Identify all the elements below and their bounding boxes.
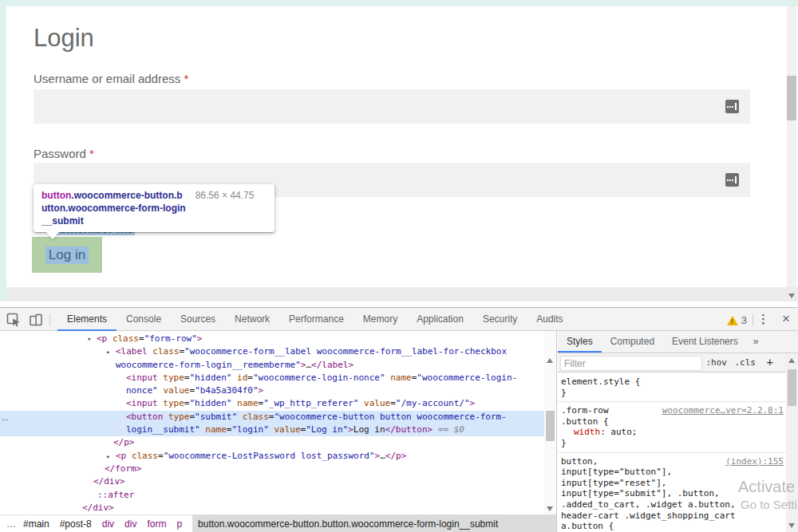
- dom-tree-row[interactable]: <input type="hidden" name="_wp_http_refe…: [0, 397, 544, 410]
- page-scroll-down-icon[interactable]: [788, 294, 795, 298]
- scroll-up-icon[interactable]: [547, 358, 553, 363]
- devtools-tab-network[interactable]: Network: [225, 309, 279, 331]
- dom-tree-row[interactable]: ▸<p class="woocommerce-LostPassword lost…: [0, 450, 544, 463]
- new-style-rule-button[interactable]: +: [767, 356, 773, 368]
- devtools-tab-performance[interactable]: Performance: [279, 309, 354, 331]
- code-token: "_wp_http_referer": [263, 398, 358, 408]
- browser-viewport: Login Username or email address * Passwo…: [0, 0, 798, 307]
- code-token: "hidden": [189, 372, 231, 383]
- inspect-tooltip-dimensions: 86.56 × 44.75: [196, 189, 255, 227]
- login-button[interactable]: Log in: [32, 237, 102, 273]
- scroll-down-icon[interactable]: [788, 523, 795, 528]
- styles-tab-event-listeners[interactable]: Event Listeners: [663, 331, 747, 353]
- css-property-name[interactable]: width: [574, 427, 600, 437]
- styles-filter-input[interactable]: [560, 356, 702, 371]
- css-rule-line[interactable]: input[type="submit"], .button,: [558, 488, 786, 499]
- devtools-tab-audits[interactable]: Audits: [527, 309, 572, 331]
- selected-row-gutter-dots[interactable]: ⋯: [2, 416, 9, 424]
- styles-tab-computed[interactable]: Computed: [602, 331, 663, 353]
- dom-tree-row[interactable]: </div>: [0, 475, 544, 488]
- console-warning-badge[interactable]: 3: [727, 314, 747, 326]
- css-rule-line[interactable]: element.style {: [558, 376, 786, 388]
- password-label-text: Password: [34, 147, 86, 160]
- elements-scrollbar-thumb[interactable]: [546, 411, 555, 441]
- code-token: <p: [97, 333, 113, 344]
- autofill-icon[interactable]: [725, 100, 739, 113]
- breadcrumb-item[interactable]: #post-8: [60, 518, 92, 530]
- scroll-up-icon[interactable]: [788, 358, 795, 363]
- devtools-close-icon[interactable]: ×: [782, 311, 790, 327]
- css-rule-line[interactable]: input[type="reset"],: [558, 478, 786, 489]
- css-rule-line[interactable]: }: [558, 388, 786, 399]
- code-token: type: [163, 398, 184, 408]
- devtools-menu-icon[interactable]: ⋮: [757, 312, 769, 326]
- code-token: "b4a5a304f0": [195, 385, 258, 396]
- styles-scrollbar-thumb[interactable]: [788, 369, 796, 406]
- more-tabs-icon[interactable]: »: [747, 331, 765, 353]
- css-rule-line[interactable]: width: auto;: [558, 427, 786, 438]
- dom-tree-row[interactable]: </form>: [0, 463, 544, 475]
- code-token: == $0: [433, 424, 464, 435]
- tree-toggle-icon[interactable]: ▾: [87, 333, 91, 345]
- breadcrumb-item[interactable]: div: [124, 518, 136, 530]
- code-token: </form>: [105, 463, 141, 474]
- devtools-tabs: ElementsConsoleSourcesNetworkPerformance…: [57, 309, 573, 331]
- stylesheet-source-link[interactable]: woocommerce…ver=2.2.8:1: [662, 405, 784, 416]
- breadcrumb-selected[interactable]: button.woocommerce-button.button.woocomm…: [192, 515, 556, 532]
- elements-scrollbar[interactable]: [544, 331, 556, 514]
- dom-tree-row[interactable]: login__submit" name="login" value="Log i…: [0, 424, 544, 436]
- tree-toggle-icon[interactable]: ▸: [106, 345, 110, 358]
- tree-toggle-icon[interactable]: ▸: [106, 450, 110, 463]
- breadcrumb-item[interactable]: div: [102, 518, 114, 530]
- styles-tab-styles[interactable]: Styles: [558, 331, 602, 353]
- breadcrumb-item[interactable]: #main: [23, 518, 49, 530]
- devtools-tab-memory[interactable]: Memory: [354, 309, 407, 331]
- autofill-icon[interactable]: [725, 173, 739, 187]
- stylesheet-source-link[interactable]: (index):155: [725, 456, 784, 467]
- username-input[interactable]: [34, 89, 750, 124]
- css-rule-line[interactable]: input[type="button"],: [558, 467, 786, 478]
- inspect-element-icon[interactable]: [6, 312, 22, 328]
- element-classes-toggle[interactable]: .cls: [735, 357, 757, 368]
- css-rule-line[interactable]: a.button {: [558, 521, 786, 532]
- code-token: "woocommerce-form__label woocommerce-for…: [184, 346, 507, 357]
- dom-tree-row[interactable]: nonce" value="b4a5a304f0">: [0, 384, 544, 397]
- css-rule-line[interactable]: .form-rowwoocommerce…ver=2.2.8:1: [558, 405, 786, 416]
- dom-tree-row[interactable]: ▾<p class="form-row">: [0, 333, 544, 345]
- dom-tree-row[interactable]: </div>: [0, 502, 544, 514]
- dom-tree-row[interactable]: <input type="hidden" id="woocommerce-log…: [0, 372, 544, 384]
- dom-tree-row[interactable]: <button type="submit" class="woocommerce…: [0, 411, 544, 424]
- dom-tree-row[interactable]: ▸<label class="woocommerce-form__label w…: [0, 345, 544, 358]
- dom-tree-row[interactable]: </p>: [0, 436, 544, 449]
- code-token: </div>: [82, 502, 114, 513]
- page-scrollbar[interactable]: [787, 6, 796, 287]
- devtools-tab-elements[interactable]: Elements: [57, 309, 117, 331]
- devtools-tab-security[interactable]: Security: [473, 309, 527, 331]
- login-button-label: Log in: [45, 246, 89, 264]
- devtools-tab-application[interactable]: Application: [407, 309, 473, 331]
- breadcrumb-overflow[interactable]: …: [6, 518, 16, 530]
- page-scrollbar-thumb[interactable]: [787, 76, 796, 120]
- required-asterisk: *: [184, 72, 188, 85]
- css-rule-line[interactable]: button,(index):155: [558, 456, 786, 467]
- css-rule-line[interactable]: }: [558, 438, 786, 449]
- code-token: =: [247, 372, 253, 383]
- breadcrumb-item[interactable]: form: [147, 518, 166, 530]
- dom-tree-row[interactable]: woocommerce-form-login__rememberme">…</l…: [0, 359, 544, 372]
- code-token: name: [205, 424, 227, 435]
- styles-scrollbar[interactable]: [786, 353, 798, 532]
- devtools-tab-sources[interactable]: Sources: [171, 309, 225, 331]
- breadcrumb-item[interactable]: p: [176, 518, 182, 530]
- css-rule-line[interactable]: .added_to_cart, .widget a.button,: [558, 499, 786, 510]
- dom-tree-row[interactable]: ::after: [0, 489, 544, 502]
- breadcrumb-items: #main#post-8divdivformp: [23, 518, 192, 530]
- scroll-down-icon[interactable]: [547, 506, 553, 511]
- code-token: ::after: [97, 490, 134, 500]
- page-border-left: [0, 0, 6, 301]
- css-rule-line[interactable]: .button {: [558, 416, 786, 428]
- devtools-tab-console[interactable]: Console: [117, 309, 171, 331]
- device-toolbar-icon[interactable]: [28, 312, 44, 328]
- code-token: "form-row": [144, 333, 197, 344]
- css-rule-line[interactable]: header-cart .widget_shopping_cart: [558, 510, 786, 522]
- hover-state-toggle[interactable]: :hov: [706, 357, 728, 368]
